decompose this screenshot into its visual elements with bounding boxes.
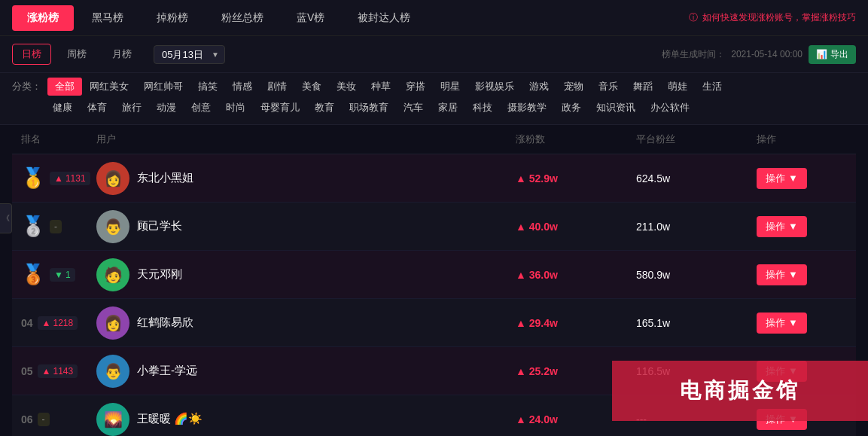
op-button-1[interactable]: 操作 ▼ — [757, 168, 807, 189]
cat-tiyu[interactable]: 体育 — [80, 99, 114, 117]
cat-zhengwu[interactable]: 政务 — [554, 99, 589, 117]
sidebar-toggle[interactable]: 《 — [0, 203, 12, 233]
cat-jiankang[interactable]: 健康 — [45, 99, 80, 117]
user-cell-3: 🧑 天元邓刚 — [96, 258, 516, 291]
cat-jiaju[interactable]: 家居 — [431, 99, 465, 117]
cat-jiaoyu[interactable]: 教育 — [307, 99, 342, 117]
username-3: 天元邓刚 — [137, 267, 182, 282]
cat-qiche[interactable]: 汽车 — [396, 99, 431, 117]
tab-blackhorse[interactable]: 黑马榜 — [77, 5, 139, 31]
op-button-4[interactable]: 操作 ▼ — [757, 313, 807, 334]
cat-mengwa[interactable]: 萌娃 — [660, 78, 695, 96]
category-label: 分类： — [12, 80, 41, 93]
cat-meizhuang[interactable]: 美妆 — [329, 78, 364, 96]
user-cell-1: 👩 东北小黑姐 — [96, 162, 516, 195]
cat-dongman[interactable]: 动漫 — [149, 99, 184, 117]
cat-chuangyi[interactable]: 创意 — [184, 99, 218, 117]
cat-chongwu[interactable]: 宠物 — [556, 78, 591, 96]
cat-shenghuo[interactable]: 生活 — [695, 78, 729, 96]
fans-change-4: ▲ 29.4w — [516, 317, 636, 329]
username-6: 王暖暖 🌈☀️ — [137, 412, 203, 426]
col-op: 操作 — [757, 133, 847, 146]
cat-juqing[interactable]: 剧情 — [260, 78, 294, 96]
col-platform-fans: 平台粉丝 — [636, 133, 757, 146]
tab-fanstotal[interactable]: 粉丝总榜 — [206, 5, 279, 31]
rank-badge-6: - — [38, 413, 50, 426]
rank-cell-5: 05 ▲1143 — [21, 364, 96, 378]
week-filter-btn[interactable]: 周榜 — [57, 44, 96, 65]
platform-fans-2: 211.0w — [636, 221, 757, 233]
cat-youxi[interactable]: 游戏 — [522, 78, 556, 96]
watermark-text: 电商掘金馆 — [680, 377, 800, 405]
cat-wanghongshuaige[interactable]: 网红帅哥 — [136, 78, 190, 96]
rank-cell-1: 🥇 ▲1131 — [21, 166, 96, 190]
cat-yinyue[interactable]: 音乐 — [591, 78, 626, 96]
export-label: 导出 — [830, 48, 848, 61]
month-filter-btn[interactable]: 月榜 — [102, 44, 142, 65]
col-user: 用户 — [96, 133, 516, 146]
user-cell-2: 👨 顾己学长 — [96, 210, 516, 243]
cat-sheying[interactable]: 摄影教学 — [500, 99, 554, 117]
tab-bluev[interactable]: 蓝V榜 — [282, 5, 340, 31]
cat-wanghongmeinv[interactable]: 网红美女 — [82, 78, 136, 96]
rank-badge-4: ▲1218 — [38, 316, 78, 330]
cat-gaoxiao[interactable]: 搞笑 — [190, 78, 225, 96]
time-label: 榜单生成时间： — [662, 48, 725, 61]
medal-icon-3: 🥉 — [21, 263, 45, 286]
rank-badge-1: ▲1131 — [50, 172, 90, 185]
op-button-3[interactable]: 操作 ▼ — [757, 264, 807, 285]
username-5: 小拳王-学远 — [137, 364, 197, 378]
chevron-left-icon: 《 — [2, 213, 10, 224]
cat-zhichangjiaoyu[interactable]: 职场教育 — [342, 99, 396, 117]
avatar-6: 🌄 — [96, 403, 129, 436]
rank-num-6: 06 — [21, 413, 33, 425]
fans-change-1: ▲ 52.9w — [516, 172, 636, 184]
table-row: 04 ▲1218 👩 红鹤陈易欣 ▲ 29.4w 165.1w 操作 ▼ — [12, 299, 856, 347]
cat-qinggan[interactable]: 情感 — [225, 78, 260, 96]
username-1: 东北小黑姐 — [137, 171, 193, 185]
export-icon: 📊 — [816, 49, 827, 59]
rank-cell-3: 🥉 ▼1 — [21, 263, 96, 286]
time-value: 2021-05-14 00:00 — [731, 49, 803, 59]
op-cell-2: 操作 ▼ — [757, 216, 847, 237]
cat-bangongruanjian[interactable]: 办公软件 — [643, 99, 697, 117]
help-text[interactable]: 如何快速发现涨粉账号，掌握涨粉技巧 — [702, 11, 856, 24]
cat-muyingyuer[interactable]: 母婴育儿 — [253, 99, 307, 117]
user-cell-4: 👩 红鹤陈易欣 — [96, 306, 516, 340]
cat-yingshi[interactable]: 影视娱乐 — [468, 78, 522, 96]
cat-all[interactable]: 全部 — [47, 78, 82, 96]
rank-badge-2: - — [50, 220, 62, 233]
table-row: 🥇 ▲1131 👩 东北小黑姐 ▲ 52.9w 624.5w 操作 ▼ — [12, 154, 856, 203]
cat-chuanda[interactable]: 穿搭 — [398, 78, 433, 96]
watermark: 电商掘金馆 — [612, 361, 868, 421]
cat-mingxing[interactable]: 明星 — [433, 78, 468, 96]
rank-badge-5: ▲1143 — [38, 364, 78, 378]
tab-banned[interactable]: 被封达人榜 — [343, 5, 425, 31]
cat-lvxing[interactable]: 旅行 — [114, 99, 149, 117]
rank-cell-6: 06 - — [21, 413, 96, 426]
date-select[interactable]: 05月13日 — [154, 45, 225, 64]
op-button-2[interactable]: 操作 ▼ — [757, 216, 807, 237]
fans-change-3: ▲ 36.0w — [516, 269, 636, 281]
tab-fansloss[interactable]: 掉粉榜 — [142, 5, 203, 31]
cat-keji[interactable]: 科技 — [465, 99, 500, 117]
user-cell-6: 🌄 王暖暖 🌈☀️ — [96, 403, 516, 436]
cat-meishi[interactable]: 美食 — [294, 78, 329, 96]
cat-zhishizixun[interactable]: 知识资讯 — [589, 99, 643, 117]
day-filter-btn[interactable]: 日榜 — [12, 44, 51, 65]
rank-cell-2: 🥈 - — [21, 215, 96, 238]
avatar-1: 👩 — [96, 162, 129, 195]
col-rank: 排名 — [21, 133, 96, 146]
cat-zhongcao[interactable]: 种草 — [364, 78, 398, 96]
avatar-2: 👨 — [96, 210, 129, 243]
username-4: 红鹤陈易欣 — [137, 316, 193, 330]
export-button[interactable]: 📊 导出 — [809, 45, 856, 64]
avatar-3: 🧑 — [96, 258, 129, 291]
cat-wudao[interactable]: 舞蹈 — [626, 78, 660, 96]
help-link[interactable]: ⓘ 如何快速发现涨粉账号，掌握涨粉技巧 — [689, 11, 856, 24]
cat-shishang[interactable]: 时尚 — [218, 99, 253, 117]
table-header: 排名 用户 涨粉数 平台粉丝 操作 — [12, 125, 856, 154]
rank-badge-3: ▼1 — [50, 268, 75, 282]
fans-change-2: ▲ 40.0w — [516, 221, 636, 233]
tab-fansgrowth[interactable]: 涨粉榜 — [12, 5, 74, 31]
